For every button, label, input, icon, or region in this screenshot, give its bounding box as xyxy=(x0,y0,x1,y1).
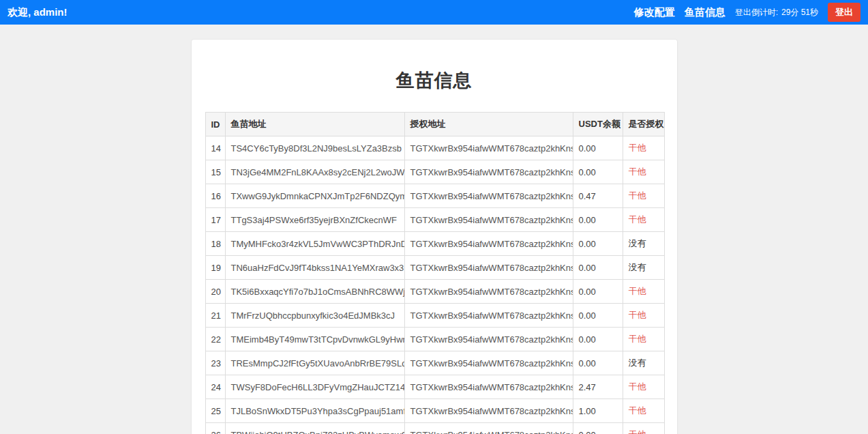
column-header-authorized: 是否授权 xyxy=(623,113,664,136)
cell-auth-address: TGTXkwrBx954iafwWMT678caztp2khKnsM xyxy=(404,399,573,423)
cell-usdt-balance: 0.00 xyxy=(573,328,623,351)
cell-id: 14 xyxy=(205,136,225,160)
cell-status: 没有 xyxy=(623,351,664,375)
cell-address: TREsMmpCJ2fFtGy5tXUavoAnbRrBE79SLq xyxy=(225,351,404,375)
table-row: 15 TN3jGe4MM2FnL8KAAx8sy2cENj2L2woJWS TG… xyxy=(205,160,664,184)
column-header-id: ID xyxy=(205,113,225,136)
table-row: 14 TS4CY6cTyBy8Df3L2NJ9besLsLYZa3Bzsb TG… xyxy=(205,136,664,160)
cell-id: 20 xyxy=(205,280,225,304)
cell-status[interactable]: 干他 xyxy=(623,328,664,351)
cell-id: 25 xyxy=(205,399,225,423)
cell-id: 15 xyxy=(205,160,225,184)
cell-address: TN6uaHzFdCvJ9fT4bkss1NA1YeMXraw3x3 xyxy=(225,256,404,280)
table-body: 14 TS4CY6cTyBy8Df3L2NJ9besLsLYZa3Bzsb TG… xyxy=(205,136,664,434)
navbar-right: 修改配置 鱼苗信息 登出倒计时: 29分 51秒 登出 xyxy=(634,3,860,22)
cell-address: TMrFrzUQbhccpbunxyfkic3o4EdJMBk3cJ xyxy=(225,304,404,328)
cell-auth-address: TGTXkwrBx954iafwWMT678caztp2khKnsM xyxy=(404,208,573,232)
top-navbar: 欢迎, admin! 修改配置 鱼苗信息 登出倒计时: 29分 51秒 登出 xyxy=(0,0,868,25)
logout-countdown: 登出倒计时: 29分 51秒 xyxy=(735,7,818,18)
page-title: 鱼苗信息 xyxy=(205,68,663,93)
column-header-auth-address: 授权地址 xyxy=(404,113,573,136)
cell-usdt-balance: 0.00 xyxy=(573,351,623,375)
table-row: 18 TMyMHFcko3r4zkVL5JmVwWC3PThDRJnDMa TG… xyxy=(205,232,664,256)
cell-auth-address: TGTXkwrBx954iafwWMT678caztp2khKnsM xyxy=(404,232,573,256)
table-row: 19 TN6uaHzFdCvJ9fT4bkss1NA1YeMXraw3x3 TG… xyxy=(205,256,664,280)
nav-link-modify-config[interactable]: 修改配置 xyxy=(634,6,675,19)
cell-address: TBWjiobjQ9tHBZQxBnjZ92zHBvBWyamowC xyxy=(225,423,404,434)
table-row: 17 TTgS3aj4PSWxe6rf35yejrBXnZfCkecnWF TG… xyxy=(205,208,664,232)
cell-usdt-balance: 0.00 xyxy=(573,136,623,160)
cell-auth-address: TGTXkwrBx954iafwWMT678caztp2khKnsM xyxy=(404,423,573,434)
cell-usdt-balance: 0.00 xyxy=(573,160,623,184)
logout-button[interactable]: 登出 xyxy=(828,3,860,22)
cell-id: 17 xyxy=(205,208,225,232)
cell-address: TJLBoSnWkxDT5Pu3Yhpa3sCgPpauj51amf xyxy=(225,399,404,423)
table-row: 21 TMrFrzUQbhccpbunxyfkic3o4EdJMBk3cJ TG… xyxy=(205,304,664,328)
content-card: 鱼苗信息 ID 鱼苗地址 授权地址 USDT余额 是否授权 14 TS4CY6c… xyxy=(191,39,678,434)
table-row: 26 TBWjiobjQ9tHBZQxBnjZ92zHBvBWyamowC TG… xyxy=(205,423,664,434)
cell-auth-address: TGTXkwrBx954iafwWMT678caztp2khKnsM xyxy=(404,375,573,399)
table-row: 23 TREsMmpCJ2fFtGy5tXUavoAnbRrBE79SLq TG… xyxy=(205,351,664,375)
cell-auth-address: TGTXkwrBx954iafwWMT678caztp2khKnsM xyxy=(404,280,573,304)
cell-usdt-balance: 0.00 xyxy=(573,256,623,280)
cell-auth-address: TGTXkwrBx954iafwWMT678caztp2khKnsM xyxy=(404,351,573,375)
logout-countdown-label: 登出倒计时: xyxy=(735,7,778,18)
cell-id: 19 xyxy=(205,256,225,280)
cell-auth-address: TGTXkwrBx954iafwWMT678caztp2khKnsM xyxy=(404,136,573,160)
table-row: 16 TXwwG9JykDmnkaCPNXJmTp2F6NDZQymsm9 TG… xyxy=(205,184,664,208)
cell-status[interactable]: 干他 xyxy=(623,184,664,208)
cell-address: TK5i6BxxaqcYfi7o7bJ1oCmsABNhRC8WWj xyxy=(225,280,404,304)
cell-address: TWSyF8DoFecH6LL3DFyVmgZHauJCTZ14GE xyxy=(225,375,404,399)
cell-auth-address: TGTXkwrBx954iafwWMT678caztp2khKnsM xyxy=(404,184,573,208)
cell-usdt-balance: 0.00 xyxy=(573,423,623,434)
cell-status[interactable]: 干他 xyxy=(623,160,664,184)
cell-address: TMyMHFcko3r4zkVL5JmVwWC3PThDRJnDMa xyxy=(225,232,404,256)
cell-usdt-balance: 0.00 xyxy=(573,304,623,328)
cell-address: TTgS3aj4PSWxe6rf35yejrBXnZfCkecnWF xyxy=(225,208,404,232)
cell-usdt-balance: 1.00 xyxy=(573,399,623,423)
cell-status[interactable]: 干他 xyxy=(623,399,664,423)
cell-auth-address: TGTXkwrBx954iafwWMT678caztp2khKnsM xyxy=(404,304,573,328)
cell-auth-address: TGTXkwrBx954iafwWMT678caztp2khKnsM xyxy=(404,160,573,184)
cell-id: 16 xyxy=(205,184,225,208)
welcome-text: 欢迎, admin! xyxy=(8,6,68,19)
cell-usdt-balance: 0.00 xyxy=(573,232,623,256)
cell-address: TN3jGe4MM2FnL8KAAx8sy2cENj2L2woJWS xyxy=(225,160,404,184)
cell-address: TMEimb4ByT49mwT3tTCpvDvnwkGL9yHwmM xyxy=(225,328,404,351)
cell-id: 18 xyxy=(205,232,225,256)
table-row: 25 TJLBoSnWkxDT5Pu3Yhpa3sCgPpauj51amf TG… xyxy=(205,399,664,423)
cell-auth-address: TGTXkwrBx954iafwWMT678caztp2khKnsM xyxy=(404,256,573,280)
column-header-usdt-balance: USDT余额 xyxy=(573,113,623,136)
cell-status[interactable]: 干他 xyxy=(623,208,664,232)
cell-id: 21 xyxy=(205,304,225,328)
table-row: 20 TK5i6BxxaqcYfi7o7bJ1oCmsABNhRC8WWj TG… xyxy=(205,280,664,304)
cell-status: 没有 xyxy=(623,232,664,256)
cell-auth-address: TGTXkwrBx954iafwWMT678caztp2khKnsM xyxy=(404,328,573,351)
cell-status[interactable]: 干他 xyxy=(623,136,664,160)
column-header-address: 鱼苗地址 xyxy=(225,113,404,136)
cell-status[interactable]: 干他 xyxy=(623,280,664,304)
table-row: 24 TWSyF8DoFecH6LL3DFyVmgZHauJCTZ14GE TG… xyxy=(205,375,664,399)
table-row: 22 TMEimb4ByT49mwT3tTCpvDvnwkGL9yHwmM TG… xyxy=(205,328,664,351)
cell-status[interactable]: 干他 xyxy=(623,304,664,328)
logout-countdown-value: 29分 51秒 xyxy=(781,7,818,18)
cell-id: 26 xyxy=(205,423,225,434)
cell-status[interactable]: 干他 xyxy=(623,375,664,399)
cell-id: 24 xyxy=(205,375,225,399)
cell-id: 23 xyxy=(205,351,225,375)
cell-usdt-balance: 0.00 xyxy=(573,208,623,232)
cell-usdt-balance: 0.00 xyxy=(573,280,623,304)
table-header: ID 鱼苗地址 授权地址 USDT余额 是否授权 xyxy=(205,113,664,136)
cell-address: TXwwG9JykDmnkaCPNXJmTp2F6NDZQymsm9 xyxy=(225,184,404,208)
cell-id: 22 xyxy=(205,328,225,351)
nav-link-fish-info[interactable]: 鱼苗信息 xyxy=(685,6,725,19)
cell-usdt-balance: 0.47 xyxy=(573,184,623,208)
cell-status[interactable]: 干他 xyxy=(623,423,664,434)
fish-info-table: ID 鱼苗地址 授权地址 USDT余额 是否授权 14 TS4CY6cTyBy8… xyxy=(205,112,665,434)
cell-status: 没有 xyxy=(623,256,664,280)
cell-address: TS4CY6cTyBy8Df3L2NJ9besLsLYZa3Bzsb xyxy=(225,136,404,160)
cell-usdt-balance: 2.47 xyxy=(573,375,623,399)
